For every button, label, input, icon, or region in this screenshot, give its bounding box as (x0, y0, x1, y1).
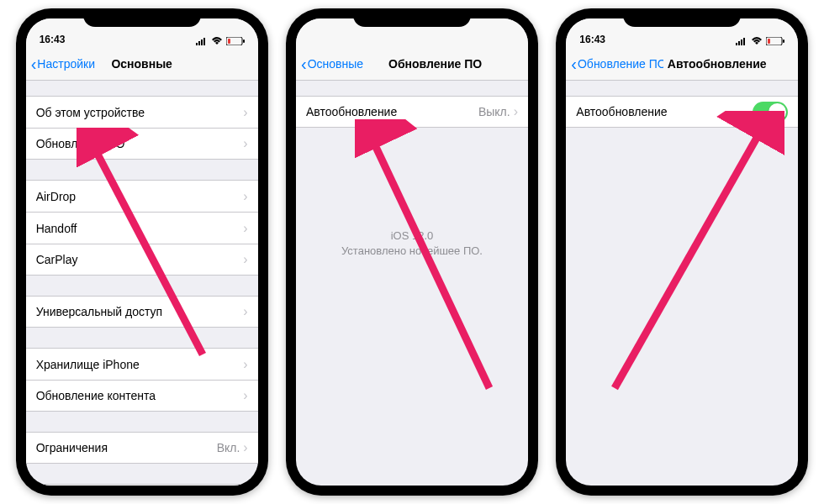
row-label: Обновление контента (36, 389, 244, 402)
toggle-switch[interactable] (753, 102, 788, 123)
settings-group: Хранилище iPhone › Обновление контента › (26, 348, 258, 412)
row-label: Автообновление (306, 105, 478, 118)
nav-title: Основные (111, 57, 172, 71)
row-label: Хранилище iPhone (36, 358, 244, 371)
row-airdrop[interactable]: AirDrop › (26, 180, 258, 212)
svg-rect-9 (736, 43, 737, 45)
settings-list[interactable]: Автообновление Выкл. › iOS 12.0 Установл… (296, 96, 528, 259)
row-auto-update-toggle[interactable]: Автообновление (566, 96, 798, 128)
svg-rect-12 (743, 38, 745, 45)
row-background-refresh[interactable]: Обновление контента › (26, 380, 258, 412)
row-label: Обновление ПО (36, 137, 244, 150)
nav-title: Обновление ПО (388, 57, 482, 71)
chevron-right-icon: › (243, 252, 247, 267)
ios-version: iOS 12.0 (313, 228, 511, 244)
wifi-icon (751, 37, 763, 45)
row-accessibility[interactable]: Универсальный доступ › (26, 296, 258, 328)
chevron-right-icon: › (514, 104, 518, 119)
chevron-left-icon: ‹ (301, 55, 307, 72)
status-time: 16:43 (40, 34, 66, 45)
row-date-time[interactable]: Дата и время › (26, 484, 258, 486)
row-label: Об этом устройстве (36, 106, 244, 119)
back-label: Основные (308, 57, 363, 71)
chevron-right-icon: › (243, 136, 247, 151)
settings-group: AirDrop › Handoff › CarPlay › (26, 180, 258, 276)
row-label: Handoff (36, 222, 244, 235)
row-restrictions[interactable]: Ограничения Вкл. › (26, 432, 258, 464)
row-iphone-storage[interactable]: Хранилище iPhone › (26, 348, 258, 380)
nav-bar: ‹ Основные Обновление ПО (296, 47, 528, 81)
svg-line-16 (615, 126, 763, 388)
chevron-right-icon: › (243, 221, 247, 236)
wifi-icon (211, 37, 223, 45)
chevron-right-icon: › (243, 304, 247, 319)
annotation-arrow (600, 111, 784, 405)
notch (623, 8, 741, 27)
row-label: CarPlay (36, 253, 244, 266)
svg-rect-14 (783, 39, 784, 43)
chevron-right-icon: › (243, 189, 247, 204)
svg-rect-15 (768, 39, 770, 44)
chevron-left-icon: ‹ (571, 55, 577, 72)
back-button[interactable]: ‹ Обновление ПО (571, 55, 663, 72)
update-status-message: iOS 12.0 Установлено новейшее ПО. (296, 228, 528, 259)
chevron-right-icon: › (243, 357, 247, 372)
row-handoff[interactable]: Handoff › (26, 212, 258, 244)
svg-rect-5 (243, 39, 245, 43)
battery-icon (226, 37, 245, 45)
notch (353, 8, 471, 27)
notch (83, 8, 201, 27)
phone-frame-2: ‹ Основные Обновление ПО Автообновление … (286, 8, 538, 496)
back-button[interactable]: ‹ Настройки (31, 55, 95, 72)
settings-group: Универсальный доступ › (26, 296, 258, 328)
settings-group: Автообновление Выкл. › (296, 96, 528, 128)
chevron-right-icon: › (243, 388, 247, 403)
screen-2: ‹ Основные Обновление ПО Автообновление … (296, 18, 528, 486)
signal-icon (736, 37, 747, 45)
settings-list[interactable]: Об этом устройстве › Обновление ПО › Air… (26, 96, 258, 486)
settings-group: Автообновление (566, 96, 798, 128)
svg-rect-1 (198, 41, 200, 45)
svg-rect-3 (203, 38, 205, 45)
row-auto-update[interactable]: Автообновление Выкл. › (296, 96, 528, 128)
back-label: Обновление ПО (578, 57, 663, 71)
phone-frame-1: 16:43 ‹ Настройки Основные Об этом устро… (16, 8, 268, 496)
update-status-text: Установлено новейшее ПО. (313, 244, 511, 259)
battery-icon (766, 37, 784, 45)
settings-group: Об этом устройстве › Обновление ПО › (26, 96, 258, 160)
status-indicators (196, 37, 245, 45)
settings-list[interactable]: Автообновление (566, 96, 798, 128)
svg-rect-0 (196, 43, 198, 45)
row-value: Выкл. (478, 105, 510, 118)
row-value: Вкл. (217, 441, 240, 454)
row-label: AirDrop (36, 190, 244, 203)
row-label: Автообновление (576, 105, 753, 118)
chevron-left-icon: ‹ (31, 55, 37, 72)
status-indicators (736, 37, 784, 45)
back-button[interactable]: ‹ Основные (301, 55, 363, 72)
row-label: Универсальный доступ (36, 305, 244, 318)
settings-group: Ограничения Вкл. › (26, 432, 258, 464)
svg-rect-11 (741, 39, 742, 45)
screen-3: 16:43 ‹ Обновление ПО Автообновление Авт… (566, 18, 798, 486)
phone-frame-3: 16:43 ‹ Обновление ПО Автообновление Авт… (556, 8, 808, 496)
chevron-right-icon: › (243, 105, 247, 120)
row-carplay[interactable]: CarPlay › (26, 244, 258, 276)
nav-title: Автообновление (668, 57, 767, 71)
svg-rect-10 (738, 41, 740, 45)
status-time: 16:43 (579, 34, 605, 45)
nav-bar: ‹ Настройки Основные (26, 47, 258, 81)
chevron-right-icon: › (243, 440, 247, 455)
screen-1: 16:43 ‹ Настройки Основные Об этом устро… (26, 18, 258, 486)
back-label: Настройки (37, 57, 95, 71)
row-software-update[interactable]: Обновление ПО › (26, 128, 258, 160)
nav-bar: ‹ Обновление ПО Автообновление (566, 47, 798, 81)
signal-icon (196, 37, 208, 45)
row-about-device[interactable]: Об этом устройстве › (26, 96, 258, 128)
svg-rect-6 (228, 39, 230, 44)
row-label: Ограничения (36, 441, 217, 454)
svg-rect-2 (201, 39, 203, 45)
settings-group: Дата и время › Клавиатура › (26, 484, 258, 486)
